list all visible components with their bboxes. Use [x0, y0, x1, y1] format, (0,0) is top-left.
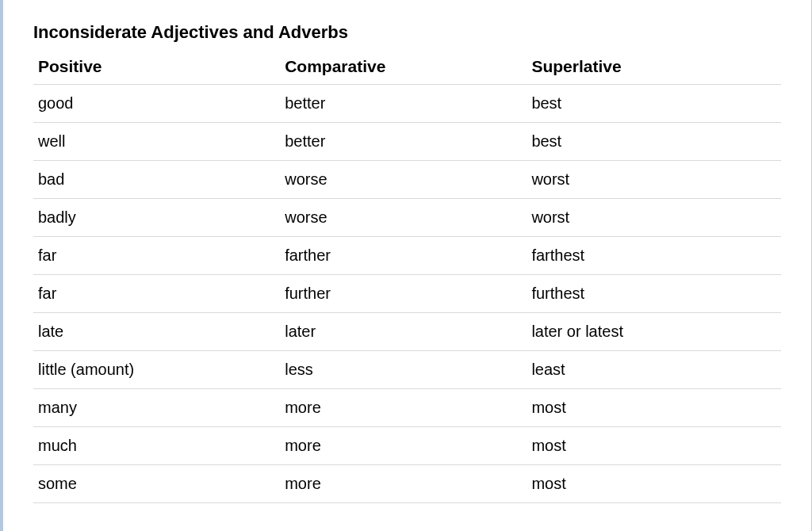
- cell-comparative: worse: [280, 199, 527, 237]
- cell-superlative: most: [527, 465, 781, 503]
- cell-superlative: most: [527, 389, 781, 427]
- table-row: good better best: [33, 85, 781, 123]
- cell-positive: little (amount): [33, 351, 280, 389]
- table-row: some more most: [33, 465, 781, 503]
- cell-comparative: more: [280, 427, 527, 465]
- cell-comparative: less: [280, 351, 527, 389]
- cell-positive: some: [33, 465, 280, 503]
- cell-positive: badly: [33, 199, 280, 237]
- cell-positive: well: [33, 123, 280, 161]
- cell-positive: good: [33, 85, 280, 123]
- page-title: Inconsiderate Adjectives and Adverbs: [33, 22, 781, 43]
- cell-superlative: worst: [527, 161, 781, 199]
- document-frame: Inconsiderate Adjectives and Adverbs Pos…: [0, 0, 812, 531]
- table-row: bad worse worst: [33, 161, 781, 199]
- table-row: late later later or latest: [33, 313, 781, 351]
- table-body: good better best well better best bad wo…: [33, 85, 781, 503]
- table-row: much more most: [33, 427, 781, 465]
- header-superlative: Superlative: [527, 51, 781, 85]
- table-row: far farther farthest: [33, 237, 781, 275]
- cell-superlative: furthest: [527, 275, 781, 313]
- header-positive: Positive: [33, 51, 280, 85]
- header-comparative: Comparative: [280, 51, 527, 85]
- table-header-row: Positive Comparative Superlative: [33, 51, 781, 85]
- cell-positive: bad: [33, 161, 280, 199]
- cell-positive: late: [33, 313, 280, 351]
- cell-positive: many: [33, 389, 280, 427]
- cell-comparative: more: [280, 389, 527, 427]
- table-row: far further furthest: [33, 275, 781, 313]
- cell-comparative: better: [280, 123, 527, 161]
- cell-positive: far: [33, 275, 280, 313]
- table-row: little (amount) less least: [33, 351, 781, 389]
- table-row: badly worse worst: [33, 199, 781, 237]
- cell-comparative: worse: [280, 161, 527, 199]
- cell-superlative: later or latest: [527, 313, 781, 351]
- cell-positive: far: [33, 237, 280, 275]
- table-row: well better best: [33, 123, 781, 161]
- cell-superlative: farthest: [527, 237, 781, 275]
- cell-superlative: most: [527, 427, 781, 465]
- cell-comparative: better: [280, 85, 527, 123]
- cell-comparative: further: [280, 275, 527, 313]
- cell-comparative: farther: [280, 237, 527, 275]
- cell-superlative: best: [527, 85, 781, 123]
- cell-superlative: worst: [527, 199, 781, 237]
- cell-superlative: best: [527, 123, 781, 161]
- cell-superlative: least: [527, 351, 781, 389]
- table-row: many more most: [33, 389, 781, 427]
- cell-comparative: more: [280, 465, 527, 503]
- cell-positive: much: [33, 427, 280, 465]
- adjectives-table: Positive Comparative Superlative good be…: [33, 51, 781, 503]
- cell-comparative: later: [280, 313, 527, 351]
